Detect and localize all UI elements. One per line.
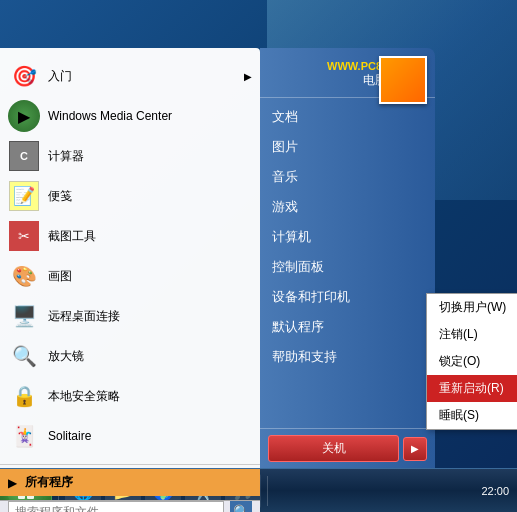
solitaire-icon: 🃏 [8, 420, 40, 452]
magnifier-label: 放大镜 [48, 348, 84, 365]
search-button[interactable]: 🔍 [230, 501, 252, 512]
wmc-icon: ▶ [8, 100, 40, 132]
shutdown-area: 关机 ▶ 切换用户(W) 注销(L) 锁定(O) 重新启动(R) 睡眠(S) [260, 428, 435, 468]
menu-item-snipping-tool[interactable]: ✂ 截图工具 [0, 216, 260, 256]
context-logoff[interactable]: 注销(L) [427, 321, 517, 348]
local-security-icon: 🔒 [8, 380, 40, 412]
calculator-icon: C [8, 140, 40, 172]
start-menu-left: 🎯 入门 ▶ ▶ Windows Media Center C 计算器 [0, 48, 260, 468]
sticky-notes-icon: 📝 [8, 180, 40, 212]
pinned-programs-list: 🎯 入门 ▶ ▶ Windows Media Center C 计算器 [0, 48, 260, 465]
right-menu-control-panel[interactable]: 控制面板 [260, 252, 435, 282]
paint-icon: 🎨 [8, 260, 40, 292]
start-menu: 🎯 入门 ▶ ▶ Windows Media Center C 计算器 [0, 48, 470, 468]
shutdown-arrow-button[interactable]: ▶ 切换用户(W) 注销(L) 锁定(O) 重新启动(R) 睡眠(S) [403, 437, 427, 461]
menu-item-magnifier[interactable]: 🔍 放大镜 [0, 336, 260, 376]
start-menu-right: WWW.PC841.COM 电脑百事网 文档 图片 音乐 游戏 计算机 控制面板… [260, 48, 435, 468]
shutdown-button[interactable]: 关机 [268, 435, 399, 462]
menu-item-sticky-notes[interactable]: 📝 便笺 [0, 176, 260, 216]
rdp-label: 远程桌面连接 [48, 308, 120, 325]
all-programs-arrow-icon: ▶ [8, 476, 17, 490]
right-menu-devices-printers[interactable]: 设备和打印机 [260, 282, 435, 312]
menu-item-getting-started[interactable]: 🎯 入门 ▶ [0, 56, 260, 96]
shutdown-arrow-icon: ▶ [411, 443, 419, 454]
user-avatar[interactable] [379, 56, 427, 104]
sticky-notes-label: 便笺 [48, 188, 72, 205]
context-restart[interactable]: 重新启动(R) [427, 375, 517, 402]
right-menu-documents[interactable]: 文档 [260, 102, 435, 132]
snipping-tool-label: 截图工具 [48, 228, 96, 245]
right-menu-computer[interactable]: 计算机 [260, 222, 435, 252]
menu-item-rdp[interactable]: 🖥️ 远程桌面连接 [0, 296, 260, 336]
desktop: 🎯 入门 ▶ ▶ Windows Media Center C 计算器 [0, 0, 517, 512]
right-menu-music[interactable]: 音乐 [260, 162, 435, 192]
menu-item-solitaire[interactable]: 🃏 Solitaire [0, 416, 260, 456]
context-switch-user[interactable]: 切换用户(W) [427, 294, 517, 321]
getting-started-label: 入门 [48, 68, 72, 85]
wmc-label: Windows Media Center [48, 109, 172, 123]
arrow-icon: ▶ [244, 71, 252, 82]
right-menu-pictures[interactable]: 图片 [260, 132, 435, 162]
paint-label: 画图 [48, 268, 72, 285]
local-security-label: 本地安全策略 [48, 388, 120, 405]
calculator-label: 计算器 [48, 148, 84, 165]
right-menu-help-support[interactable]: 帮助和支持 [260, 342, 435, 372]
taskbar-divider-2 [267, 476, 268, 506]
taskbar-time: 22:00 [481, 485, 509, 497]
taskbar-right: 22:00 [473, 485, 517, 497]
context-sleep[interactable]: 睡眠(S) [427, 402, 517, 429]
right-menu-games[interactable]: 游戏 [260, 192, 435, 222]
context-lock[interactable]: 锁定(O) [427, 348, 517, 375]
menu-item-local-security[interactable]: 🔒 本地安全策略 [0, 376, 260, 416]
menu-item-calculator[interactable]: C 计算器 [0, 136, 260, 176]
menu-item-paint[interactable]: 🎨 画图 [0, 256, 260, 296]
all-programs-section: ▶ 所有程序 [0, 465, 260, 500]
right-menu-default-programs[interactable]: 默认程序 [260, 312, 435, 342]
menu-item-wmc[interactable]: ▶ Windows Media Center [0, 96, 260, 136]
getting-started-icon: 🎯 [8, 60, 40, 92]
shutdown-context-menu: 切换用户(W) 注销(L) 锁定(O) 重新启动(R) 睡眠(S) [426, 293, 517, 430]
solitaire-label: Solitaire [48, 429, 91, 443]
all-programs-button[interactable]: ▶ 所有程序 [0, 469, 260, 496]
search-input[interactable] [8, 501, 224, 512]
snipping-tool-icon: ✂ [8, 220, 40, 252]
rdp-icon: 🖥️ [8, 300, 40, 332]
search-bar: 🔍 [0, 500, 260, 512]
magnifier-icon: 🔍 [8, 340, 40, 372]
all-programs-label: 所有程序 [25, 474, 73, 491]
